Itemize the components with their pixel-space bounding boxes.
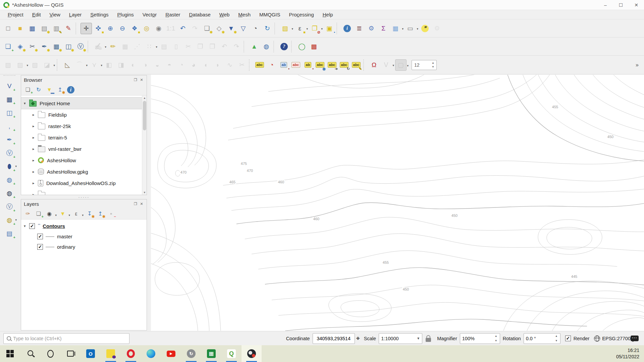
- data-source-manager-icon[interactable]: ❏+: [2, 41, 14, 52]
- scale-combobox[interactable]: 1:10000 ▼: [379, 333, 422, 344]
- move-label-icon[interactable]: abc➜: [326, 59, 338, 71]
- map-canvas[interactable]: 470475470465460460455450455450450445: [151, 75, 644, 331]
- taskbar-obs[interactable]: [241, 345, 262, 362]
- menu-raster[interactable]: Raster: [161, 11, 184, 18]
- statistics-icon[interactable]: ≣: [354, 23, 365, 34]
- scroll-up-icon[interactable]: ▲: [142, 96, 147, 100]
- expand-arrow-icon[interactable]: ▸: [33, 181, 38, 185]
- label-size-input[interactable]: [412, 62, 429, 68]
- change-label-icon[interactable]: abc✎: [351, 59, 362, 71]
- cad-tools-icon[interactable]: ◺: [62, 59, 73, 71]
- magnifier-spinbox[interactable]: 100% ▲▼: [460, 333, 500, 344]
- fill-ring-icon[interactable]: ◧: [103, 59, 115, 71]
- browser-scrollbar[interactable]: ▲ ▼: [142, 96, 147, 195]
- add-delimited-text-layer-icon[interactable]: ,+: [3, 120, 15, 132]
- expand-arrow-icon[interactable]: ▸: [33, 124, 38, 128]
- layout-manager-icon[interactable]: ▥✎: [51, 23, 62, 34]
- menu-view[interactable]: View: [45, 11, 65, 18]
- taskbar-youtube[interactable]: [161, 345, 181, 362]
- layer-checkbox[interactable]: ✓: [37, 244, 43, 250]
- expand-arrow-icon[interactable]: ▾: [24, 224, 29, 228]
- coordinate-input[interactable]: [315, 336, 353, 341]
- expand-arrow-icon[interactable]: ▸: [33, 113, 38, 117]
- add-mesh-layer-icon[interactable]: ◫+: [3, 107, 15, 119]
- add-vector-layer-icon[interactable]: V+: [3, 80, 15, 92]
- browser-item-raster-25k[interactable]: ▸ raster-25k: [21, 120, 147, 132]
- browser-item-download-zip[interactable]: ▸ Download_AshesHollowOS.zip: [21, 177, 147, 189]
- labeling-icon[interactable]: abc: [254, 59, 265, 71]
- zoom-next-icon[interactable]: ↷: [189, 23, 201, 34]
- zoom-to-selection-icon[interactable]: ◎: [141, 23, 152, 34]
- taskbar-start-button[interactable]: [0, 345, 20, 362]
- reshape-features-icon[interactable]: ◒: [152, 59, 163, 71]
- style-manager-icon[interactable]: ✎: [63, 23, 74, 34]
- expand-arrow-icon[interactable]: ▸: [33, 170, 38, 174]
- add-ring-icon[interactable]: ⋎: [89, 59, 100, 71]
- add-feature-icon[interactable]: ⋰: [131, 41, 143, 52]
- merge-attributes-icon[interactable]: ◖: [200, 59, 211, 71]
- shape-digitize-icon[interactable]: ◪: [41, 59, 53, 71]
- scrollbar-thumb[interactable]: [143, 101, 146, 130]
- paste-features-icon[interactable]: ❒: [207, 41, 218, 52]
- show-hide-labels-icon[interactable]: abc◉: [314, 59, 326, 71]
- menu-layer[interactable]: Layer: [65, 11, 86, 18]
- delete-part-icon[interactable]: ◑: [140, 59, 151, 71]
- layers-float-button[interactable]: ❐: [132, 201, 139, 207]
- zoom-out-icon[interactable]: ⊖: [117, 23, 128, 34]
- browser-item-partial[interactable]: ▸: [21, 189, 147, 195]
- new-map-view-icon[interactable]: ❏✱: [201, 23, 213, 34]
- split-parts-icon[interactable]: ◔: [176, 59, 187, 71]
- add-raster-layer-icon[interactable]: ▦+: [3, 93, 15, 105]
- taskbar-clock[interactable]: 16:21 05/11/2022: [616, 345, 644, 362]
- locator-search[interactable]: [3, 333, 129, 344]
- panel-splitter[interactable]: [21, 195, 147, 199]
- save-project-icon[interactable]: ▦: [26, 23, 38, 34]
- map-tips-icon[interactable]: ❞: [419, 23, 431, 34]
- add-virtual-layer-icon[interactable]: Ⓥ+: [3, 147, 15, 159]
- zoom-in-icon[interactable]: ⊕: [105, 23, 116, 34]
- undo-icon[interactable]: ↶: [219, 41, 230, 52]
- trim-extend-icon[interactable]: ✂: [236, 59, 248, 71]
- expand-arrow-icon[interactable]: ▸: [33, 192, 38, 195]
- circular-string-icon[interactable]: ⌒: [74, 59, 85, 71]
- lock-scale-icon[interactable]: [426, 338, 431, 342]
- menu-vector[interactable]: Vector: [138, 11, 161, 18]
- collapse-all-icon[interactable]: ↥✱: [55, 85, 65, 95]
- layer-item-ordinary[interactable]: ✓ ordinary: [21, 242, 147, 252]
- add-wcs-layer-icon[interactable]: ◍+: [3, 187, 15, 199]
- expand-arrow-icon[interactable]: ▾: [24, 101, 29, 106]
- refresh-browser-icon[interactable]: ↻: [34, 85, 44, 95]
- diagrams-icon[interactable]: ◔: [266, 59, 277, 71]
- pan-to-selection-icon[interactable]: ✜■: [93, 23, 104, 34]
- expand-arrow-icon[interactable]: ▸: [33, 158, 38, 163]
- layer-item-contours[interactable]: ▾ ✓ Contours: [21, 221, 147, 231]
- options-gear-icon[interactable]: ⚙: [366, 23, 377, 34]
- new-print-layout-icon[interactable]: ▤✱: [39, 23, 50, 34]
- scroll-down-icon[interactable]: ▼: [142, 190, 147, 195]
- add-selected-layers-icon[interactable]: ❏+: [23, 85, 33, 95]
- show-bookmarks-icon[interactable]: ▽: [237, 23, 249, 34]
- metasearch-plugin-icon[interactable]: ▩: [308, 41, 320, 52]
- add-wms-layer-icon[interactable]: ◍+: [3, 174, 15, 186]
- locator-input[interactable]: [13, 336, 129, 341]
- identify-features-icon[interactable]: i: [341, 23, 353, 34]
- taskbar-edge[interactable]: [141, 345, 161, 362]
- zoom-native-icon[interactable]: 1:1: [165, 23, 176, 34]
- browser-properties-icon[interactable]: i: [66, 85, 76, 95]
- taskbar-search-button[interactable]: [20, 345, 40, 362]
- move-features-icon[interactable]: ▨: [2, 59, 14, 71]
- taskbar-cortana-button[interactable]: [40, 345, 60, 362]
- open-project-icon[interactable]: ■: [14, 23, 26, 34]
- add-oracle-layer-icon[interactable]: ▤+: [3, 227, 15, 239]
- layers-close-button[interactable]: ✕: [139, 201, 145, 207]
- remove-layer-icon[interactable]: ▫−: [106, 209, 116, 219]
- tracing-icon[interactable]: Ⅴ: [380, 59, 392, 71]
- new-shapefile-layer-icon[interactable]: ✒+: [3, 133, 15, 145]
- qgis-search-plugin-icon[interactable]: ◯: [296, 41, 308, 52]
- layer-item-master[interactable]: ✓ master: [21, 231, 147, 242]
- rotate-feature-icon[interactable]: ◗: [212, 59, 223, 71]
- split-features-icon[interactable]: ◓: [164, 59, 175, 71]
- browser-item-terrain-5[interactable]: ▸ terrain-5: [21, 132, 147, 143]
- menu-settings[interactable]: Settings: [86, 11, 113, 18]
- manage-map-themes-icon[interactable]: ◉: [44, 209, 54, 219]
